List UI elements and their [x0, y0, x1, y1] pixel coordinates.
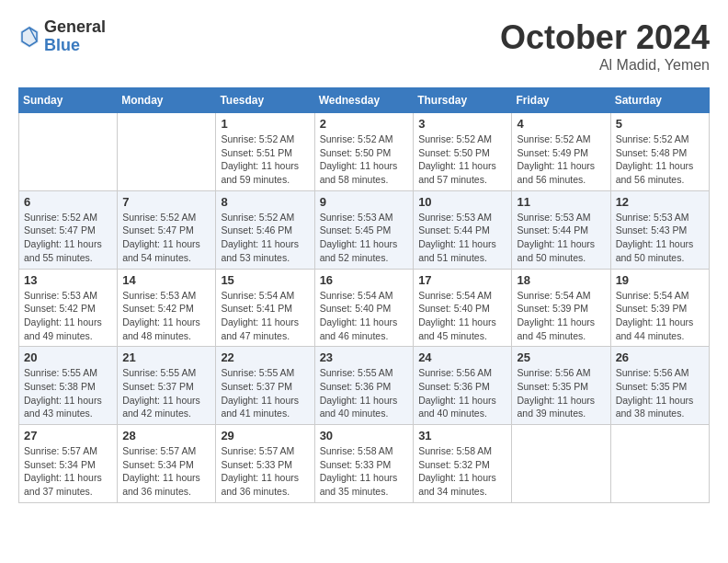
calendar-week-row: 6Sunrise: 5:52 AM Sunset: 5:47 PM Daylig… [19, 190, 710, 269]
calendar-cell: 30Sunrise: 5:58 AM Sunset: 5:33 PM Dayli… [314, 425, 414, 503]
day-info: Sunrise: 5:52 AM Sunset: 5:50 PM Dayligh… [320, 132, 409, 187]
weekday-header-wednesday: Wednesday [314, 88, 414, 113]
day-number: 19 [616, 273, 704, 287]
day-info: Sunrise: 5:56 AM Sunset: 5:35 PM Dayligh… [517, 366, 605, 420]
calendar-cell: 14Sunrise: 5:53 AM Sunset: 5:42 PM Dayli… [118, 269, 216, 347]
day-info: Sunrise: 5:57 AM Sunset: 5:34 PM Dayligh… [24, 444, 112, 499]
day-number: 23 [320, 350, 409, 364]
calendar-cell: 9Sunrise: 5:53 AM Sunset: 5:45 PM Daylig… [314, 190, 414, 269]
day-info: Sunrise: 5:54 AM Sunset: 5:39 PM Dayligh… [616, 289, 704, 343]
day-number: 15 [221, 273, 309, 287]
day-info: Sunrise: 5:57 AM Sunset: 5:33 PM Dayligh… [221, 444, 309, 499]
day-info: Sunrise: 5:53 AM Sunset: 5:42 PM Dayligh… [122, 289, 210, 343]
calendar-cell: 2Sunrise: 5:52 AM Sunset: 5:50 PM Daylig… [314, 113, 414, 191]
day-number: 9 [320, 195, 409, 209]
calendar-cell: 26Sunrise: 5:56 AM Sunset: 5:35 PM Dayli… [610, 347, 709, 425]
day-info: Sunrise: 5:53 AM Sunset: 5:45 PM Dayligh… [320, 211, 409, 265]
month-title: October 2024 [500, 18, 710, 57]
calendar-week-row: 1Sunrise: 5:52 AM Sunset: 5:51 PM Daylig… [19, 113, 710, 191]
day-number: 2 [320, 117, 409, 131]
day-info: Sunrise: 5:52 AM Sunset: 5:50 PM Dayligh… [418, 132, 506, 187]
calendar-cell: 27Sunrise: 5:57 AM Sunset: 5:34 PM Dayli… [19, 425, 118, 503]
day-number: 30 [320, 429, 409, 442]
day-info: Sunrise: 5:56 AM Sunset: 5:35 PM Dayligh… [616, 366, 704, 420]
calendar-week-row: 13Sunrise: 5:53 AM Sunset: 5:42 PM Dayli… [19, 269, 710, 347]
day-info: Sunrise: 5:55 AM Sunset: 5:37 PM Dayligh… [221, 366, 309, 420]
day-number: 1 [221, 117, 309, 131]
day-number: 5 [616, 117, 704, 131]
weekday-header-sunday: Sunday [19, 88, 118, 113]
day-info: Sunrise: 5:58 AM Sunset: 5:32 PM Dayligh… [418, 444, 506, 499]
calendar-cell [610, 425, 709, 503]
day-info: Sunrise: 5:56 AM Sunset: 5:36 PM Dayligh… [418, 366, 506, 420]
day-info: Sunrise: 5:53 AM Sunset: 5:43 PM Dayligh… [616, 211, 704, 265]
calendar-cell: 15Sunrise: 5:54 AM Sunset: 5:41 PM Dayli… [216, 269, 314, 347]
calendar-cell: 23Sunrise: 5:55 AM Sunset: 5:36 PM Dayli… [314, 347, 414, 425]
calendar-cell: 31Sunrise: 5:58 AM Sunset: 5:32 PM Dayli… [414, 425, 512, 503]
svg-marker-0 [20, 26, 39, 48]
day-info: Sunrise: 5:54 AM Sunset: 5:40 PM Dayligh… [418, 289, 506, 343]
location: Al Madid, Yemen [500, 57, 710, 74]
day-number: 16 [320, 273, 409, 287]
calendar-cell [512, 425, 610, 503]
title-block: October 2024 Al Madid, Yemen [500, 18, 710, 74]
calendar-cell: 3Sunrise: 5:52 AM Sunset: 5:50 PM Daylig… [414, 113, 512, 191]
calendar-cell: 16Sunrise: 5:54 AM Sunset: 5:40 PM Dayli… [314, 269, 414, 347]
weekday-header-row: SundayMondayTuesdayWednesdayThursdayFrid… [19, 88, 710, 113]
calendar-cell: 28Sunrise: 5:57 AM Sunset: 5:34 PM Dayli… [118, 425, 216, 503]
logo-text: General Blue [44, 18, 106, 55]
calendar-cell: 20Sunrise: 5:55 AM Sunset: 5:38 PM Dayli… [19, 347, 118, 425]
weekday-header-thursday: Thursday [414, 88, 512, 113]
day-number: 18 [517, 273, 605, 287]
day-number: 31 [418, 429, 506, 442]
day-number: 8 [221, 195, 309, 209]
day-info: Sunrise: 5:52 AM Sunset: 5:46 PM Dayligh… [221, 211, 309, 265]
day-info: Sunrise: 5:55 AM Sunset: 5:36 PM Dayligh… [320, 366, 409, 420]
day-info: Sunrise: 5:55 AM Sunset: 5:37 PM Dayligh… [122, 366, 210, 420]
day-number: 14 [122, 273, 210, 287]
day-number: 12 [616, 195, 704, 209]
day-info: Sunrise: 5:55 AM Sunset: 5:38 PM Dayligh… [24, 366, 112, 420]
calendar-cell: 19Sunrise: 5:54 AM Sunset: 5:39 PM Dayli… [610, 269, 709, 347]
calendar-cell: 11Sunrise: 5:53 AM Sunset: 5:44 PM Dayli… [512, 190, 610, 269]
calendar-cell: 29Sunrise: 5:57 AM Sunset: 5:33 PM Dayli… [216, 425, 314, 503]
day-number: 6 [24, 195, 112, 209]
calendar-cell: 24Sunrise: 5:56 AM Sunset: 5:36 PM Dayli… [414, 347, 512, 425]
day-info: Sunrise: 5:53 AM Sunset: 5:42 PM Dayligh… [24, 289, 112, 343]
weekday-header-monday: Monday [118, 88, 216, 113]
calendar-cell: 18Sunrise: 5:54 AM Sunset: 5:39 PM Dayli… [512, 269, 610, 347]
calendar-cell: 5Sunrise: 5:52 AM Sunset: 5:48 PM Daylig… [610, 113, 709, 191]
calendar-cell: 12Sunrise: 5:53 AM Sunset: 5:43 PM Dayli… [610, 190, 709, 269]
day-info: Sunrise: 5:52 AM Sunset: 5:47 PM Dayligh… [122, 211, 210, 265]
day-number: 20 [24, 350, 112, 364]
calendar-cell [19, 113, 118, 191]
day-number: 3 [418, 117, 506, 131]
day-info: Sunrise: 5:52 AM Sunset: 5:48 PM Dayligh… [616, 132, 704, 187]
day-number: 26 [616, 350, 704, 364]
day-info: Sunrise: 5:52 AM Sunset: 5:49 PM Dayligh… [517, 132, 605, 187]
calendar-cell: 13Sunrise: 5:53 AM Sunset: 5:42 PM Dayli… [19, 269, 118, 347]
day-number: 28 [122, 429, 210, 442]
day-number: 7 [122, 195, 210, 209]
day-number: 4 [517, 117, 605, 131]
day-info: Sunrise: 5:58 AM Sunset: 5:33 PM Dayligh… [320, 444, 409, 499]
calendar-cell: 6Sunrise: 5:52 AM Sunset: 5:47 PM Daylig… [19, 190, 118, 269]
calendar-cell: 1Sunrise: 5:52 AM Sunset: 5:51 PM Daylig… [216, 113, 314, 191]
calendar-cell: 7Sunrise: 5:52 AM Sunset: 5:47 PM Daylig… [118, 190, 216, 269]
calendar-cell: 22Sunrise: 5:55 AM Sunset: 5:37 PM Dayli… [216, 347, 314, 425]
logo-blue-text: Blue [44, 37, 106, 55]
calendar-cell: 4Sunrise: 5:52 AM Sunset: 5:49 PM Daylig… [512, 113, 610, 191]
calendar-table: SundayMondayTuesdayWednesdayThursdayFrid… [18, 87, 710, 503]
logo-icon [18, 24, 40, 50]
calendar-cell [118, 113, 216, 191]
day-info: Sunrise: 5:54 AM Sunset: 5:40 PM Dayligh… [320, 289, 409, 343]
weekday-header-saturday: Saturday [610, 88, 709, 113]
day-number: 17 [418, 273, 506, 287]
calendar-cell: 17Sunrise: 5:54 AM Sunset: 5:40 PM Dayli… [414, 269, 512, 347]
page-header: General Blue October 2024 Al Madid, Yeme… [18, 18, 710, 74]
weekday-header-friday: Friday [512, 88, 610, 113]
day-info: Sunrise: 5:57 AM Sunset: 5:34 PM Dayligh… [122, 444, 210, 499]
day-number: 11 [517, 195, 605, 209]
calendar-cell: 8Sunrise: 5:52 AM Sunset: 5:46 PM Daylig… [216, 190, 314, 269]
calendar-week-row: 20Sunrise: 5:55 AM Sunset: 5:38 PM Dayli… [19, 347, 710, 425]
